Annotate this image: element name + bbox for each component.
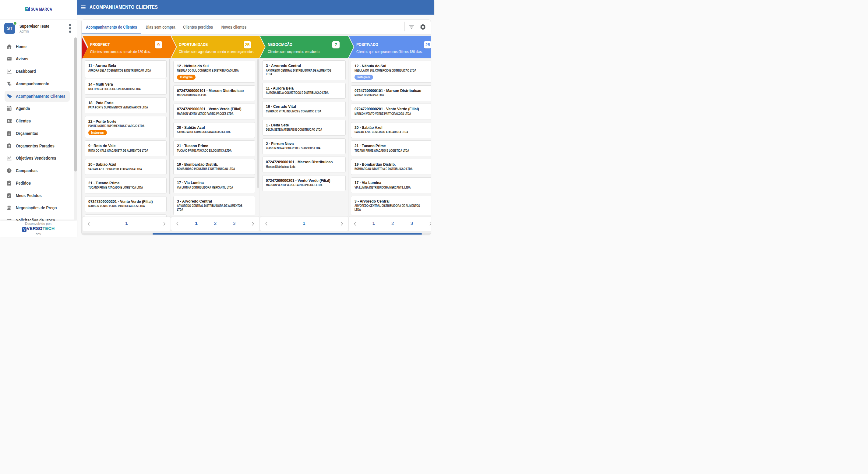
svg-text:$: $ xyxy=(10,84,11,86)
